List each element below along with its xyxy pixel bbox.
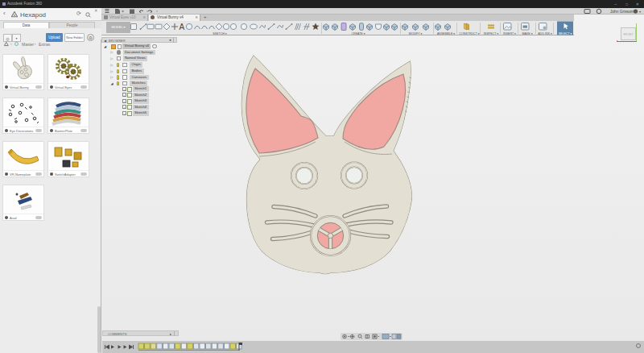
- svg-text:A: A: [180, 23, 185, 31]
- svg-text:ASSEMBLE ▾: ASSEMBLE ▾: [437, 32, 455, 35]
- svg-text:INSERT ▾: INSERT ▾: [503, 32, 516, 35]
- svg-text:John Grissom ▾: John Grissom ▾: [610, 10, 638, 14]
- svg-text:CREATE ▾: CREATE ▾: [351, 32, 365, 35]
- svg-text:MAKE ▾: MAKE ▾: [522, 32, 533, 35]
- svg-text:SKETCH ▾: SKETCH ▾: [213, 32, 227, 35]
- svg-text:MODIFY ▾: MODIFY ▾: [409, 32, 423, 35]
- svg-text:CONSTRUCT ▾: CONSTRUCT ▾: [459, 32, 479, 35]
- svg-text:INSPECT ▾: INSPECT ▾: [484, 32, 499, 35]
- svg-text:SELECT ▾: SELECT ▾: [559, 32, 572, 35]
- svg-text:ADD-INS ▾: ADD-INS ▾: [538, 32, 552, 35]
- svg-text:▾: ▾: [639, 10, 642, 14]
